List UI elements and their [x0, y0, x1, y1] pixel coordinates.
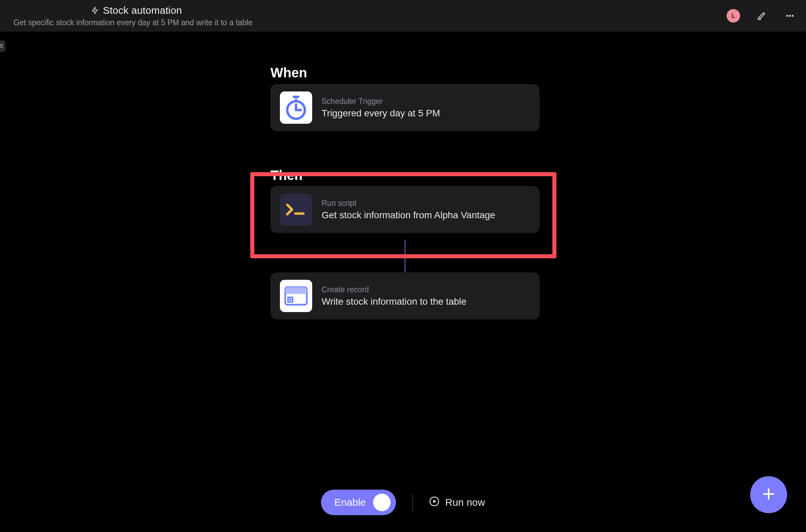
flow-canvas: When Scheduler Trigger Triggered every d…	[0, 32, 806, 532]
user-avatar[interactable]: L	[727, 9, 740, 22]
separator	[412, 494, 413, 511]
app-header: Stock automation Get specific stock info…	[0, 0, 806, 32]
record-title: Write stock information to the table	[322, 296, 467, 307]
script-step-card[interactable]: Run script Get stock information from Al…	[270, 186, 540, 233]
enable-toggle[interactable]: Enable	[321, 490, 396, 515]
create-record-icon	[280, 280, 312, 312]
scheduler-icon	[280, 92, 312, 124]
trigger-title: Triggered every day at 5 PM	[322, 108, 440, 119]
step-connector	[405, 240, 405, 272]
run-now-button[interactable]: Run now	[429, 496, 485, 509]
svg-point-1	[789, 15, 791, 17]
add-step-fab[interactable]	[750, 476, 787, 513]
svg-point-2	[792, 15, 793, 17]
enable-label: Enable	[334, 497, 365, 508]
record-kicker: Create record	[322, 285, 467, 294]
then-section-label: Then	[270, 168, 303, 183]
record-step-text: Create record Write stock information to…	[322, 285, 467, 307]
automation-subtitle: Get specific stock information every day…	[14, 18, 252, 27]
more-menu-button[interactable]	[783, 9, 796, 22]
automation-title: Stock automation	[103, 5, 182, 16]
header-right: L	[727, 0, 796, 32]
script-kicker: Run script	[322, 199, 495, 208]
plus-icon	[761, 487, 776, 503]
svg-point-0	[787, 15, 788, 17]
script-title: Get stock information from Alpha Vantage	[322, 210, 495, 221]
trigger-kicker: Scheduler Trigger	[322, 97, 440, 106]
edit-button[interactable]	[755, 9, 768, 22]
script-step-text: Run script Get stock information from Al…	[322, 199, 495, 221]
svg-rect-3	[293, 95, 299, 98]
toggle-knob-icon	[373, 494, 391, 511]
play-circle-icon	[429, 496, 440, 509]
run-now-label: Run now	[445, 497, 485, 508]
title-row: Stock automation	[91, 5, 252, 16]
trigger-step-text: Scheduler Trigger Triggered every day at…	[322, 97, 440, 119]
trigger-step-card[interactable]: Scheduler Trigger Triggered every day at…	[270, 84, 540, 131]
avatar-initial: L	[732, 13, 735, 19]
svg-rect-8	[285, 287, 307, 294]
record-step-card[interactable]: Create record Write stock information to…	[270, 272, 540, 320]
automation-bolt-icon	[91, 6, 99, 15]
bottom-controls: Enable Run now	[321, 490, 485, 515]
header-left: Stock automation Get specific stock info…	[91, 5, 252, 27]
run-script-icon	[280, 193, 312, 226]
when-section-label: When	[270, 65, 307, 80]
